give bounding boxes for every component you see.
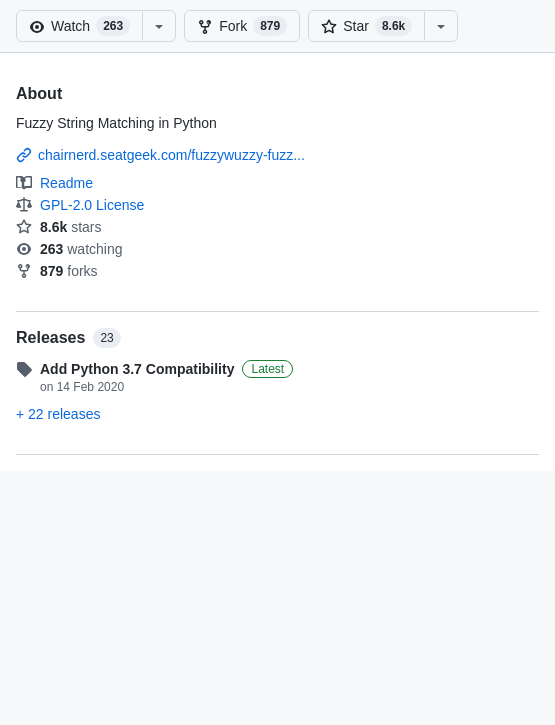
meta-readme: Readme — [16, 175, 539, 191]
link-icon — [16, 146, 32, 163]
fork-count: 879 — [253, 16, 287, 36]
watch-button-group: Watch 263 — [16, 10, 176, 42]
readme-link[interactable]: Readme — [40, 175, 93, 191]
watch-label: Watch — [51, 18, 90, 34]
about-link[interactable]: chairnerd.seatgeek.com/fuzzywuzzy-fuzz..… — [16, 146, 539, 163]
watch-count: 263 — [96, 16, 130, 36]
meta-license: GPL-2.0 License — [16, 197, 539, 213]
chevron-down-icon — [151, 18, 167, 34]
about-meta-list: Readme GPL-2.0 License 8.6k s — [16, 175, 539, 279]
releases-count-badge: 23 — [93, 328, 120, 348]
releases-section: Releases 23 Add Python 3.7 Compatibility… — [16, 328, 539, 438]
main-content: About Fuzzy String Matching in Python ch… — [0, 53, 555, 471]
top-bar: Watch 263 Fork 879 — [0, 0, 555, 53]
about-section: About Fuzzy String Matching in Python ch… — [16, 69, 539, 295]
watching-count: 263 watching — [40, 241, 123, 257]
meta-watching: 263 watching — [16, 241, 539, 257]
releases-header: Releases 23 — [16, 328, 539, 348]
eye-icon — [29, 17, 45, 34]
about-title: About — [16, 85, 539, 103]
star-count: 8.6k — [375, 16, 412, 36]
forks-count: 879 forks — [40, 263, 98, 279]
bottom-divider — [16, 454, 539, 455]
chevron-down-icon-star — [433, 18, 449, 34]
more-releases-link[interactable]: + 22 releases — [16, 406, 539, 422]
fork-button-group: Fork 879 — [184, 10, 300, 42]
license-link[interactable]: GPL-2.0 License — [40, 197, 144, 213]
release-name-row: Add Python 3.7 Compatibility Latest — [16, 360, 539, 378]
fork-icon — [197, 17, 213, 34]
latest-release-item: Add Python 3.7 Compatibility Latest on 1… — [16, 360, 539, 394]
fork-meta-icon — [16, 263, 32, 279]
section-divider — [16, 311, 539, 312]
star-button[interactable]: Star 8.6k — [309, 11, 424, 41]
meta-stars: 8.6k stars — [16, 219, 539, 235]
law-icon — [16, 197, 32, 213]
watch-button[interactable]: Watch 263 — [17, 11, 142, 41]
tag-icon — [16, 361, 32, 377]
about-description: Fuzzy String Matching in Python — [16, 113, 539, 134]
star-icon — [321, 17, 337, 34]
latest-badge: Latest — [242, 360, 293, 378]
star-label: Star — [343, 18, 369, 34]
stars-count: 8.6k stars — [40, 219, 101, 235]
fork-button[interactable]: Fork 879 — [185, 11, 299, 41]
release-name-link[interactable]: Add Python 3.7 Compatibility — [40, 361, 234, 377]
watch-caret-button[interactable] — [143, 13, 175, 39]
eye-meta-icon — [16, 241, 32, 257]
star-button-group: Star 8.6k — [308, 10, 458, 42]
fork-label: Fork — [219, 18, 247, 34]
star-meta-icon — [16, 219, 32, 235]
star-caret-button[interactable] — [425, 13, 457, 39]
book-icon — [16, 175, 32, 191]
release-date: on 14 Feb 2020 — [40, 380, 539, 394]
releases-title: Releases — [16, 329, 85, 347]
about-link-text: chairnerd.seatgeek.com/fuzzywuzzy-fuzz..… — [38, 147, 305, 163]
meta-forks: 879 forks — [16, 263, 539, 279]
